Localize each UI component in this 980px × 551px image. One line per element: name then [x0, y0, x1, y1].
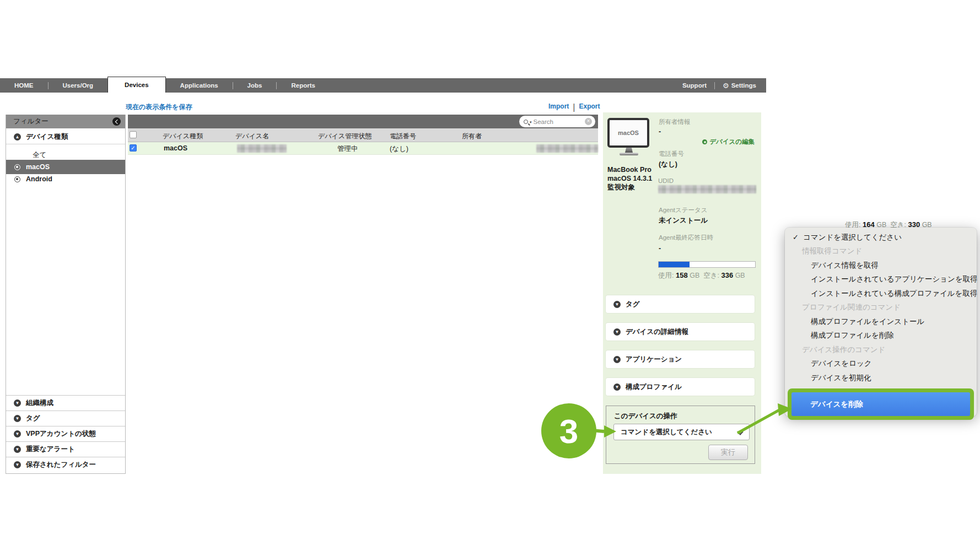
link-separator: |: [569, 102, 579, 112]
column-header[interactable]: 電話番号: [390, 132, 416, 141]
chevron-down-icon: [737, 429, 743, 435]
step-number-badge: 3: [541, 403, 596, 458]
settings-link[interactable]: ⚙ Settings: [723, 82, 756, 90]
execute-button[interactable]: 実行: [708, 445, 748, 460]
tab-devices[interactable]: Devices: [107, 77, 165, 93]
table-header-row: デバイス種類 デバイス名 デバイス管理状態 電話番号 所有者: [128, 128, 598, 142]
section-device-details[interactable]: デバイスの詳細情報: [606, 323, 755, 341]
option-android-label: Android: [26, 175, 52, 183]
filter-group-organization[interactable]: 組織構成: [6, 395, 125, 410]
menu-item-select-command[interactable]: コマンドを選択してください: [785, 230, 977, 245]
expand-section-icon: [613, 356, 621, 363]
column-header[interactable]: 所有者: [462, 132, 482, 141]
nav-tabs: HOME Users/Org Devices Applications Jobs…: [0, 78, 330, 93]
menu-header-profile-commands: プロファイル関連のコマンド: [785, 301, 977, 315]
storage-bar: [658, 261, 756, 268]
phone-label: 電話番号: [659, 150, 684, 158]
cell-management-status: 管理中: [337, 144, 358, 154]
filter-group-alerts[interactable]: 重要なアラート: [6, 441, 125, 457]
device-model: MacBook Pro: [607, 165, 652, 174]
clear-search-icon[interactable]: ×: [585, 118, 592, 125]
radio-icon: [14, 164, 20, 170]
radio-icon: [14, 176, 20, 182]
menu-item-delete-device[interactable]: デバイスを削除: [791, 392, 970, 416]
expand-section-icon: [14, 461, 21, 468]
column-header[interactable]: デバイス名: [235, 132, 269, 141]
storage-bar-fill: [659, 262, 690, 267]
section-label: アプリケーション: [626, 355, 682, 364]
agent-last-response-value: -: [659, 245, 661, 252]
device-icon-label: macOS: [618, 129, 639, 136]
select-all-checkbox[interactable]: [130, 131, 137, 138]
column-header[interactable]: デバイス管理状態: [318, 132, 371, 141]
tab-jobs[interactable]: Jobs: [233, 78, 277, 93]
group-label: VPPアカウントの状態: [26, 429, 96, 439]
gear-icon: ⚙: [723, 82, 729, 90]
collapse-section-icon: [14, 133, 21, 141]
search-box[interactable]: ▾ ×: [519, 116, 595, 127]
agent-status-label: Agentステータス: [659, 206, 708, 214]
menu-item-get-installed-profiles[interactable]: インストールされている構成プロファイルを取得: [785, 287, 977, 301]
section-applications[interactable]: アプリケーション: [606, 350, 755, 368]
group-label: 組織構成: [26, 398, 53, 408]
menu-item-get-installed-apps[interactable]: インストールされているアプリケーションを取得: [785, 273, 977, 287]
tab-users-org[interactable]: Users/Org: [49, 78, 108, 93]
edit-device-link[interactable]: デバイスの編集: [702, 138, 755, 146]
menu-header-info-commands: 情報取得コマンド: [785, 245, 977, 259]
filter-group-tags[interactable]: タグ: [6, 410, 125, 426]
expand-section-icon: [14, 446, 21, 453]
support-link[interactable]: Support: [682, 82, 707, 89]
menu-header-device-commands: デバイス操作のコマンド: [785, 343, 977, 357]
udid-label: UDID: [658, 177, 674, 184]
edit-bullet-icon: [702, 139, 707, 144]
storage-free-value: 336: [721, 271, 733, 279]
owner-value: -: [659, 128, 661, 136]
section-tags[interactable]: タグ: [606, 295, 755, 313]
section-config-profiles[interactable]: 構成プロファイル: [606, 378, 755, 396]
import-link[interactable]: Import: [548, 102, 569, 112]
filter-section-device-type[interactable]: デバイス種類: [6, 130, 125, 144]
storage-unit: GB: [690, 272, 699, 279]
expand-section-icon: [14, 430, 21, 437]
collapse-sidebar-icon[interactable]: [112, 117, 121, 126]
agent-last-response-label: Agent最終応答日時: [659, 234, 713, 242]
tab-applications[interactable]: Applications: [166, 78, 233, 93]
search-scope-dropdown-icon[interactable]: ▾: [530, 120, 532, 125]
export-link[interactable]: Export: [579, 102, 600, 112]
save-view-link[interactable]: 現在の表示条件を保存: [126, 102, 192, 112]
tab-home[interactable]: HOME: [0, 78, 48, 93]
group-label: 重要なアラート: [26, 445, 75, 454]
filter-group-saved-filters[interactable]: 保存されたフィルター: [6, 457, 125, 472]
menu-item-install-profile[interactable]: 構成プロファイルをインストール: [785, 315, 977, 329]
filter-group-vpp[interactable]: VPPアカウントの状態: [6, 426, 125, 441]
expand-section-icon: [613, 328, 621, 336]
filter-option-android[interactable]: Android: [6, 172, 125, 186]
storage-used-value: 158: [676, 271, 688, 279]
cell-phone: (なし): [390, 144, 408, 154]
table-row[interactable]: ✓ macOS 管理中 (なし): [128, 142, 598, 155]
tab-reports[interactable]: Reports: [277, 78, 329, 93]
agent-status-value: 未インストール: [659, 216, 708, 225]
filter-title: フィルター: [13, 117, 49, 126]
command-select-dropdown[interactable]: コマンドを選択してください: [613, 424, 750, 440]
menu-item-get-device-info[interactable]: デバイス情報を取得: [785, 258, 977, 273]
table-toolbar: ▾ ×: [128, 115, 598, 128]
settings-label: Settings: [731, 82, 756, 89]
phone-value: (なし): [659, 160, 677, 169]
device-supervision: 監視対象: [607, 183, 652, 192]
command-popup-menu: コマンドを選択してください 情報取得コマンド デバイス情報を取得 インストールさ…: [785, 228, 977, 417]
edit-device-label: デバイスの編集: [709, 138, 755, 146]
menu-item-wipe-device[interactable]: デバイスを初期化: [785, 371, 977, 385]
udid-value-redacted: [658, 185, 756, 193]
menu-item-remove-profile[interactable]: 構成プロファイルを削除: [785, 329, 977, 343]
row-checkbox[interactable]: ✓: [130, 144, 137, 152]
section-label: デバイスの詳細情報: [626, 327, 688, 337]
column-header[interactable]: デバイス種類: [163, 132, 203, 141]
device-type-label: デバイス種類: [26, 132, 68, 142]
search-input[interactable]: [534, 118, 585, 125]
menu-item-label: コマンドを選択してください: [803, 233, 902, 242]
cell-device-name-redacted: [237, 144, 287, 153]
option-all-label: 全て: [33, 150, 46, 160]
menu-item-lock-device[interactable]: デバイスをロック: [785, 357, 977, 371]
annotation-highlight-box: デバイスを削除: [788, 388, 974, 420]
